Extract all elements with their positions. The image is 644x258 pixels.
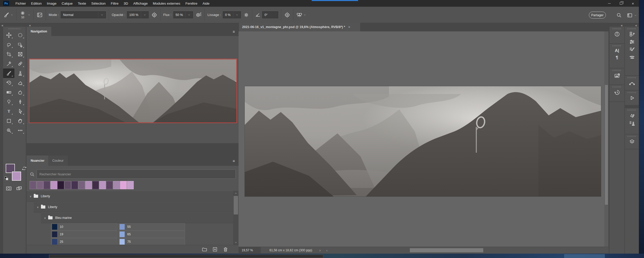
swatch[interactable] (113, 181, 120, 189)
airbrush-icon[interactable] (196, 12, 202, 18)
dodge-tool[interactable] (3, 97, 14, 107)
swatch-item[interactable]: 75 (118, 238, 185, 245)
restore-button[interactable] (615, 0, 627, 7)
pressure-opacity-icon[interactable] (151, 12, 157, 18)
swatch-group-liberty[interactable]: ∨Liberty (27, 191, 233, 202)
tab-nuancier[interactable]: Nuancier (27, 156, 49, 166)
marquee-tool[interactable] (14, 30, 26, 40)
layers-panel-icon[interactable] (625, 139, 639, 145)
scroll-down-icon[interactable] (234, 241, 238, 244)
swatch-scrollbar[interactable] (233, 191, 239, 245)
swatch-search-input[interactable] (37, 169, 236, 179)
tool-preset-brush-icon[interactable] (4, 12, 9, 18)
swatch[interactable] (127, 181, 134, 189)
swatch[interactable] (78, 181, 85, 189)
menu-fenêtre[interactable]: Fenêtre (183, 0, 200, 7)
type-tool[interactable] (3, 107, 14, 116)
document-tab[interactable]: 2021-06-16_v1_montagne_phr.psd @ 19,6% (… (239, 23, 360, 31)
swatch-group-bleu-marine[interactable]: ∨Bleu marine (41, 212, 233, 223)
history-panel-icon[interactable] (609, 89, 624, 95)
smoothing-gear-icon[interactable] (243, 12, 249, 18)
lasso-tool[interactable] (3, 40, 14, 49)
scrollbar-thumb[interactable] (605, 85, 608, 205)
panel-grip[interactable] (613, 86, 621, 88)
menu-edition[interactable]: Edition (29, 0, 44, 7)
swatch[interactable] (64, 181, 71, 189)
tab-navigation[interactable]: Navigation (27, 27, 51, 36)
swatch[interactable] (106, 181, 113, 189)
scroll-up-icon[interactable] (234, 192, 238, 195)
canvas-horizontal-scrollbar[interactable]: ‹ (325, 247, 609, 254)
panel-grip[interactable] (613, 45, 621, 46)
pen-tool[interactable] (14, 97, 26, 107)
panel-grip[interactable] (628, 136, 636, 137)
swatch[interactable] (92, 181, 99, 189)
menu-affichage[interactable]: Affichage (131, 0, 150, 7)
menu-aide[interactable]: Aide (200, 0, 212, 7)
swatch-item[interactable]: 55 (118, 223, 185, 230)
pressure-size-icon[interactable] (284, 12, 290, 18)
paths-panel-icon[interactable] (625, 80, 639, 86)
symmetry-butterfly-icon[interactable] (296, 12, 302, 18)
close-button[interactable]: × (627, 0, 639, 7)
frame-tool[interactable] (14, 49, 26, 59)
scrollbar-thumb[interactable] (234, 196, 238, 214)
default-colors-icon[interactable] (4, 176, 9, 181)
delete-swatch-trash-icon[interactable] (223, 247, 228, 252)
object-selection-tool[interactable] (14, 40, 26, 49)
eyedropper-tool[interactable] (3, 59, 14, 68)
menu-image[interactable]: Image (44, 0, 59, 7)
swap-colors-icon[interactable] (22, 166, 27, 171)
menu-texte[interactable]: Texte (75, 0, 89, 7)
smart-objects-panel-icon[interactable] (625, 113, 639, 118)
quick-mask-icon[interactable] (6, 185, 12, 192)
swatch-item[interactable]: 65 (118, 231, 185, 238)
brush-preview-picker[interactable]: 10 (19, 11, 26, 19)
edit-toolbar-ellipsis-icon[interactable] (14, 126, 26, 135)
move-tool[interactable] (3, 30, 14, 40)
scrollbar-thumb[interactable] (410, 248, 483, 252)
actions-panel-icon[interactable] (625, 95, 639, 101)
angle-field[interactable]: 0° (262, 11, 278, 18)
properties-panel-icon[interactable] (625, 39, 639, 45)
menu-filtre[interactable]: Filtre (108, 0, 121, 7)
tool-preset-caret-icon[interactable] (10, 13, 13, 16)
menu-fichier[interactable]: Fichier (13, 0, 29, 7)
menu-calque[interactable]: Calque (59, 0, 75, 7)
navigator-menu-icon[interactable]: ≡ (233, 29, 235, 34)
hand-tool[interactable] (14, 116, 26, 126)
panel-grip[interactable] (628, 77, 636, 78)
path-selection-tool[interactable] (14, 107, 26, 116)
swatch[interactable] (30, 181, 36, 189)
search-icon[interactable] (616, 12, 622, 18)
opacity-select[interactable]: 100 % (127, 11, 149, 18)
toggle-brush-settings-panel-icon[interactable] (37, 12, 43, 18)
swatch[interactable] (71, 181, 78, 189)
menu-3d[interactable]: 3D (121, 0, 131, 7)
brush-settings-panel-icon[interactable] (625, 47, 639, 53)
swatch[interactable] (44, 181, 50, 189)
info-panel-icon[interactable] (609, 31, 624, 37)
paragraph-panel-icon[interactable]: ¶ (609, 55, 624, 60)
zoom-tool[interactable] (3, 126, 14, 135)
character-panel-icon[interactable]: A| (609, 48, 624, 53)
document-canvas-image[interactable] (245, 86, 601, 196)
document-tab-close-icon[interactable]: × (348, 25, 350, 29)
swatch[interactable] (37, 181, 43, 189)
caret-down-icon[interactable]: ∨ (44, 217, 46, 219)
panel-grip[interactable] (613, 28, 621, 29)
canvas-pasteboard[interactable] (239, 31, 604, 247)
panel-grip[interactable] (628, 109, 636, 111)
swatch-item[interactable]: 25 (51, 238, 117, 245)
collapse-toolbar-icon[interactable]: « (2, 24, 3, 27)
tab-couleur[interactable]: Couleur (48, 156, 68, 166)
clone-source-panel-icon[interactable] (625, 120, 639, 126)
menu-modules-externes[interactable]: Modules externes (150, 0, 183, 7)
navigator-view-box[interactable] (29, 59, 237, 123)
new-group-folder-icon[interactable] (202, 247, 207, 252)
shape-tool[interactable] (3, 116, 14, 126)
swatch[interactable] (99, 181, 106, 189)
history-brush-tool[interactable] (3, 78, 14, 88)
swatch[interactable] (85, 181, 92, 189)
brushes-panel-icon[interactable] (625, 54, 639, 60)
